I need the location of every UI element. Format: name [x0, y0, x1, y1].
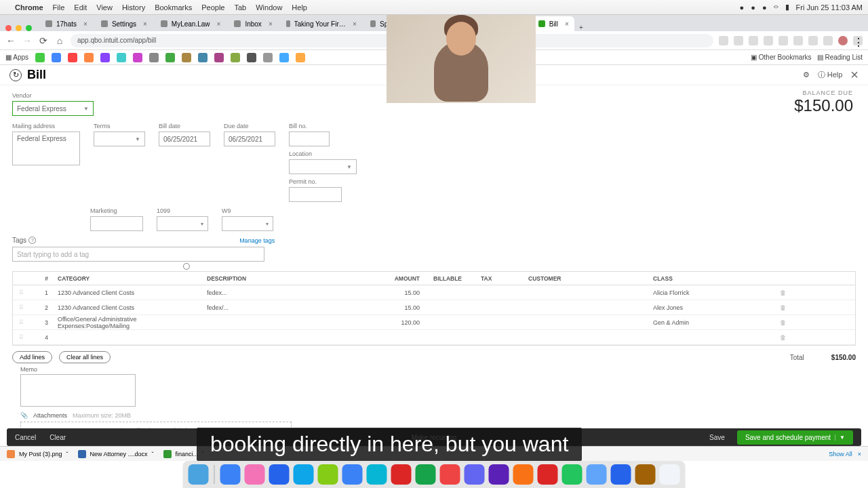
drag-handle-icon[interactable]: ⠿ — [13, 289, 29, 296]
help-button[interactable]: ⓘ Help — [818, 70, 843, 80]
status-icon[interactable]: ● — [740, 3, 745, 12]
dock-app-icon[interactable] — [318, 464, 338, 485]
chevron-down-icon[interactable]: ˇ — [66, 451, 68, 458]
history-icon[interactable]: ↻ — [9, 69, 22, 81]
close-icon[interactable]: × — [143, 20, 147, 28]
window-zoom-icon[interactable] — [26, 25, 32, 31]
table-row[interactable]: ⠿4🗑 — [13, 330, 855, 345]
menu-file[interactable]: File — [53, 3, 65, 12]
duedate-input[interactable]: 06/25/2021 — [224, 131, 275, 146]
mailing-address-input[interactable]: Federal Express — [12, 131, 80, 165]
bookmark-icon[interactable] — [214, 53, 224, 62]
delete-row-icon[interactable]: 🗑 — [772, 304, 793, 311]
menu-view[interactable]: View — [96, 3, 113, 12]
tab[interactable]: Inbox× — [229, 16, 277, 31]
close-icon[interactable]: × — [565, 20, 569, 28]
chevron-down-icon[interactable]: ˇ — [152, 451, 154, 458]
bookmark-icon[interactable] — [117, 53, 126, 62]
download-item[interactable]: My Post (3).pngˇ — [7, 450, 68, 458]
battery-icon[interactable]: ▮ — [785, 3, 789, 12]
table-row[interactable]: ⠿3Office/General Administrative Expenses… — [13, 315, 855, 330]
extension-icon[interactable] — [793, 36, 803, 45]
dock-app-icon[interactable] — [342, 464, 363, 485]
dock-app-icon[interactable] — [660, 464, 680, 485]
bookmark-icon[interactable] — [165, 53, 175, 62]
close-icon[interactable]: × — [858, 451, 861, 458]
drag-handle-icon[interactable]: ⠿ — [13, 334, 29, 341]
dock-app-icon[interactable] — [513, 464, 534, 485]
close-icon[interactable]: × — [269, 20, 273, 28]
dock-app-icon[interactable] — [587, 464, 607, 485]
add-lines-button[interactable]: Add lines — [12, 351, 52, 363]
dock-app-icon[interactable] — [416, 464, 436, 485]
dock-app-icon[interactable] — [245, 464, 265, 485]
clear-button[interactable]: Clear — [50, 434, 66, 441]
dock-app-icon[interactable] — [611, 464, 631, 485]
memo-input[interactable] — [20, 374, 136, 407]
new-tab-button[interactable]: + — [574, 24, 588, 31]
drag-handle-icon[interactable]: ⠿ — [13, 319, 29, 326]
dock-app-icon[interactable] — [489, 464, 509, 485]
dock-app-icon[interactable] — [538, 464, 558, 485]
reading-list[interactable]: ▤ Reading List — [817, 54, 863, 61]
dock-app-icon[interactable] — [220, 464, 241, 485]
table-row[interactable]: ⠿11230 Advanced Client Costsfedex...15.0… — [13, 285, 855, 300]
permit-input[interactable] — [289, 187, 342, 202]
dock-app-icon[interactable] — [367, 464, 387, 485]
bookmark-icon[interactable] — [52, 53, 61, 62]
marketing-input[interactable] — [90, 216, 143, 231]
window-minimize-icon[interactable] — [16, 25, 22, 31]
help-icon[interactable]: ? — [28, 237, 36, 244]
dock-app-icon[interactable] — [269, 464, 290, 485]
download-item[interactable]: New Attorney ....docxˇ — [78, 450, 154, 458]
w9-select[interactable]: ▾ — [222, 216, 273, 231]
dock-app-icon[interactable] — [465, 464, 485, 485]
close-icon[interactable]: × — [353, 20, 357, 28]
menu-window[interactable]: Window — [256, 3, 282, 12]
menu-icon[interactable]: ⋮ — [853, 36, 863, 45]
apps-button[interactable]: ▦ Apps — [5, 54, 28, 61]
menu-bookmarks[interactable]: Bookmarks — [155, 3, 192, 12]
billno-input[interactable] — [289, 131, 330, 146]
dock-app-icon[interactable] — [635, 464, 656, 485]
extension-icon[interactable] — [734, 36, 743, 45]
close-icon[interactable]: × — [83, 20, 87, 28]
extension-icon[interactable] — [749, 36, 758, 45]
attachment-icon[interactable]: 📎 — [20, 412, 28, 419]
tags-input[interactable]: Start typing to add a tag — [12, 247, 264, 262]
bookmark-icon[interactable] — [198, 53, 208, 62]
menu-help[interactable]: Help — [292, 3, 307, 12]
status-icon[interactable]: ● — [751, 3, 755, 12]
app-name[interactable]: Chrome — [15, 3, 43, 12]
table-row[interactable]: ⠿21230 Advanced Client Costsfedex/...15.… — [13, 300, 855, 315]
reload-button[interactable]: ⟳ — [38, 35, 49, 46]
menu-history[interactable]: History — [122, 3, 145, 12]
close-icon[interactable]: × — [217, 20, 221, 28]
bookmark-icon[interactable] — [133, 53, 142, 62]
bookmark-icon[interactable] — [296, 53, 305, 62]
delete-row-icon[interactable]: 🗑 — [772, 334, 793, 341]
bookmark-icon[interactable] — [68, 53, 77, 62]
location-select[interactable]: ▼ — [289, 159, 357, 174]
wifi-icon[interactable]: ⌔ — [774, 3, 778, 12]
bookmark-icon[interactable] — [263, 53, 273, 62]
dock-app-icon[interactable] — [440, 464, 460, 485]
extension-icon[interactable] — [719, 36, 728, 45]
tab-active[interactable]: Bill× — [533, 16, 574, 31]
menu-people[interactable]: People — [201, 3, 224, 12]
show-all-downloads[interactable]: Show All — [829, 451, 852, 458]
chevron-down-icon[interactable]: ▼ — [835, 434, 845, 441]
save-button[interactable]: Save — [703, 431, 732, 444]
t1099-select[interactable]: ▾ — [157, 216, 208, 231]
clock[interactable]: Fri Jun 25 11:03 AM — [796, 3, 863, 12]
billdate-input[interactable]: 06/25/2021 — [159, 131, 210, 146]
home-button[interactable]: ⌂ — [54, 35, 65, 46]
dock-app-icon[interactable] — [294, 464, 314, 485]
menu-tab[interactable]: Tab — [234, 3, 246, 12]
vendor-select[interactable]: Federal Express▼ — [12, 101, 94, 116]
bookmark-icon[interactable] — [100, 53, 110, 62]
extension-icon[interactable] — [808, 36, 818, 45]
bookmark-icon[interactable] — [35, 53, 45, 62]
status-icon[interactable]: ● — [762, 3, 767, 12]
dock-app-icon[interactable] — [562, 464, 583, 485]
